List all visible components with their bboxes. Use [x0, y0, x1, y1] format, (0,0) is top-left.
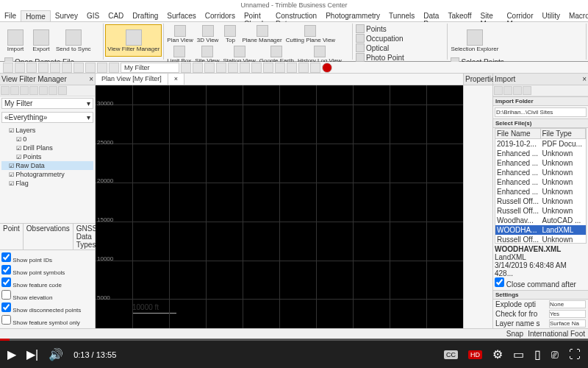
menu-gis[interactable]: GIS: [82, 10, 104, 21]
menu-corridor-mass-haul[interactable]: Corridor Mass Haul: [502, 10, 537, 21]
menu-macros[interactable]: Macros: [564, 10, 588, 21]
photo-point-button[interactable]: Photo Point: [354, 53, 406, 62]
file-row[interactable]: Russell Off...Unknown: [495, 197, 586, 206]
qat-button[interactable]: [287, 63, 297, 73]
progress-bar[interactable]: [0, 339, 588, 341]
filter-tab[interactable]: Point: [0, 224, 24, 250]
tree-item[interactable]: Flag: [1, 179, 93, 188]
qat-record-icon[interactable]: [322, 63, 332, 73]
file-row[interactable]: WOODHA...LandXML: [495, 225, 586, 235]
menu-survey[interactable]: Survey: [51, 10, 82, 21]
toolbar-button[interactable]: [10, 86, 19, 95]
optical-button[interactable]: Optical: [354, 43, 405, 52]
qat-button[interactable]: [193, 63, 203, 73]
close-icon[interactable]: ×: [582, 75, 587, 83]
toolbar-button[interactable]: [494, 86, 503, 95]
cutting-plane-button[interactable]: Cutting Plane View: [284, 24, 337, 44]
file-row[interactable]: Enhanced ...Unknown: [495, 168, 586, 177]
file-row[interactable]: Enhanced ...Unknown: [495, 158, 586, 168]
tree-item[interactable]: Drill Plans: [1, 144, 93, 152]
menu-surfaces[interactable]: Surfaces: [162, 10, 200, 21]
export-button[interactable]: Export: [29, 24, 54, 57]
file-row[interactable]: 2019-10-2...PDF Docu...: [495, 139, 586, 149]
qat-button[interactable]: [109, 63, 119, 73]
qat-button[interactable]: [204, 63, 215, 73]
toolbar-button[interactable]: [58, 86, 67, 95]
plan-view-button[interactable]: Plan View: [165, 24, 194, 44]
tree-item[interactable]: Layers: [1, 126, 93, 135]
status-snap[interactable]: Snap: [506, 330, 523, 338]
filter-field[interactable]: My Filter: [121, 63, 179, 73]
toolbar-button[interactable]: [523, 86, 531, 95]
explode-input[interactable]: [549, 300, 586, 308]
display-checkbox[interactable]: Show feature symbol only: [1, 314, 93, 327]
cc-badge[interactable]: CC: [444, 350, 458, 359]
top-button[interactable]: Top: [220, 24, 240, 44]
close-after-checkbox[interactable]: Close command after: [495, 280, 576, 289]
toolbar-button[interactable]: [49, 86, 57, 95]
import-button[interactable]: Import: [3, 24, 28, 57]
cast-icon[interactable]: ⎚: [551, 348, 559, 361]
file-row[interactable]: Woodhav...AutoCAD ...: [495, 216, 586, 225]
tree-item[interactable]: Photogrammetry: [1, 170, 93, 179]
volume-icon[interactable]: 🔊: [49, 347, 63, 361]
file-row[interactable]: Enhanced ...Unknown: [495, 177, 586, 187]
send-to-sync-button[interactable]: Send to Sync: [54, 24, 93, 57]
menu-drafting[interactable]: Drafting: [128, 10, 162, 21]
menu-point-clouds[interactable]: Point Clouds: [240, 10, 271, 21]
qat-button[interactable]: [251, 63, 262, 73]
qat-button[interactable]: [228, 63, 238, 73]
toolbar-button[interactable]: [503, 86, 512, 95]
folder-path-field[interactable]: D:\Brihan...\Civil Sites: [495, 107, 587, 117]
3d-view-button[interactable]: 3D View: [196, 24, 220, 44]
col-filetype[interactable]: File Type: [541, 129, 587, 138]
toolbar-button[interactable]: [20, 86, 29, 95]
qat-button[interactable]: [26, 63, 37, 73]
display-checkbox[interactable]: Show elevation: [1, 289, 93, 302]
menu-file[interactable]: File: [0, 10, 21, 21]
file-table[interactable]: File NameFile Type 2019-10-2...PDF Docu.…: [495, 128, 587, 244]
menu-data-prep[interactable]: Data Prep: [419, 10, 443, 21]
display-checkbox[interactable]: Show point symbols: [1, 264, 93, 277]
toolbar-button[interactable]: [513, 86, 522, 95]
qat-button[interactable]: [97, 63, 107, 73]
qat-button[interactable]: [50, 63, 60, 73]
selection-explorer-button[interactable]: Selection Explorer: [449, 24, 500, 57]
filter-tab[interactable]: Observations: [24, 224, 74, 250]
occupation-button[interactable]: Occupation: [354, 34, 405, 43]
layername-input[interactable]: [549, 319, 586, 328]
menu-tunnels[interactable]: Tunnels: [384, 10, 419, 21]
settings-icon[interactable]: ⚙: [492, 347, 503, 361]
toolbar-button[interactable]: [1, 86, 10, 95]
play-icon[interactable]: ▶: [7, 347, 16, 361]
qat-button[interactable]: [298, 63, 309, 73]
file-row[interactable]: Russell Off...Unknown: [495, 206, 586, 216]
view-tab[interactable]: Plan View [My Filter]: [96, 74, 168, 85]
menu-utility[interactable]: Utility: [538, 10, 564, 21]
qat-button[interactable]: [275, 63, 285, 73]
file-row[interactable]: Russell Off...Unknown: [495, 235, 586, 244]
toolbar-button[interactable]: [29, 86, 38, 95]
tree-item[interactable]: 0: [1, 135, 93, 144]
miniplayer-icon[interactable]: ▭: [513, 347, 524, 361]
menu-construction-data[interactable]: Construction Data: [271, 10, 321, 21]
menu-takeoff[interactable]: Takeoff: [443, 10, 476, 21]
view-filter-manager-button[interactable]: View Filter Manager: [105, 24, 162, 57]
menu-home[interactable]: Home: [21, 10, 51, 21]
menu-site-mass-haul[interactable]: Site Mass Haul: [476, 10, 503, 21]
filter-combo[interactable]: My Filter▾: [1, 98, 93, 109]
tree-item[interactable]: Raw Data: [1, 161, 93, 170]
qat-button[interactable]: [62, 63, 72, 73]
layer-tree[interactable]: Layers0Drill PlansPointsRaw DataPhotogra…: [0, 124, 95, 223]
everything-combo[interactable]: «Everything»▾: [1, 112, 93, 123]
display-checkbox[interactable]: Show disconnected points: [1, 302, 93, 314]
qat-button[interactable]: [74, 63, 84, 73]
status-units[interactable]: International Foot: [528, 330, 585, 338]
checkpv-input[interactable]: [549, 310, 586, 318]
theater-icon[interactable]: ▯: [534, 347, 541, 361]
close-icon[interactable]: ×: [89, 75, 93, 83]
plane-manager-button[interactable]: Plane Manager: [240, 24, 283, 44]
qat-button[interactable]: [85, 63, 96, 73]
qat-button[interactable]: [216, 63, 226, 73]
tree-item[interactable]: Points: [1, 152, 93, 161]
